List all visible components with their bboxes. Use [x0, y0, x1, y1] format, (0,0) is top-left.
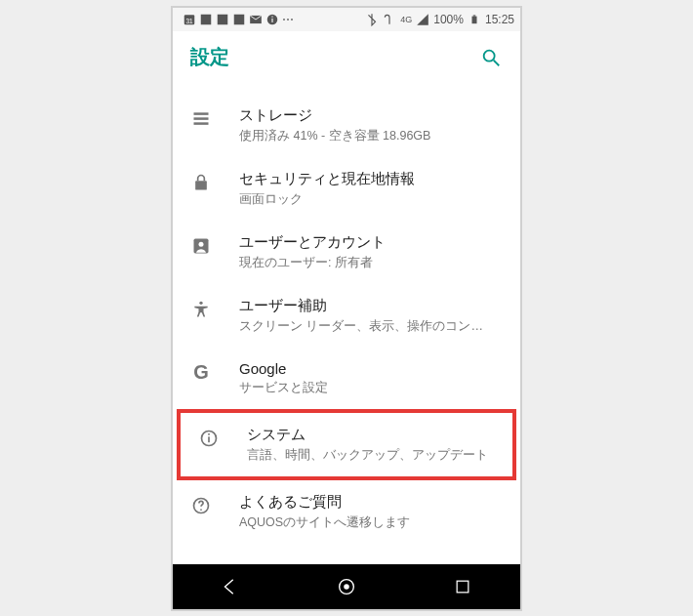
- info-status-icon: [265, 13, 279, 26]
- svg-rect-9: [471, 16, 476, 23]
- svg-rect-10: [473, 15, 476, 16]
- svg-point-11: [484, 50, 495, 61]
- info-icon: [198, 428, 220, 449]
- help-icon: [190, 495, 212, 516]
- settings-item-storage[interactable]: ストレージ 使用済み 41% - 空き容量 18.96GB: [173, 94, 520, 157]
- item-subtitle: 現在のユーザー: 所有者: [239, 255, 503, 271]
- svg-rect-2: [201, 14, 212, 24]
- svg-point-18: [199, 241, 204, 246]
- home-icon: [336, 576, 357, 597]
- battery-icon: [468, 13, 481, 26]
- svg-rect-13: [194, 112, 209, 115]
- search-button[interactable]: [479, 46, 503, 69]
- settings-list: ストレージ 使用済み 41% - 空き容量 18.96GB セキュリティと現在地…: [173, 84, 520, 564]
- app-icon-2: [216, 13, 229, 26]
- item-subtitle: 画面ロック: [239, 191, 503, 208]
- item-title: よくあるご質問: [239, 493, 503, 512]
- item-subtitle: スクリーン リーダー、表示、操作のコン…: [239, 318, 503, 335]
- navigation-bar: [173, 564, 520, 609]
- item-title: システム: [247, 426, 495, 444]
- settings-item-faq[interactable]: よくあるご質問 AQUOSのサイトへ遷移します: [173, 480, 520, 544]
- battery-percent: 100%: [433, 13, 464, 26]
- back-icon: [220, 576, 241, 597]
- item-subtitle: サービスと設定: [239, 380, 503, 396]
- svg-line-12: [494, 60, 500, 65]
- overflow-dots-icon: ⋯: [282, 13, 296, 26]
- svg-rect-14: [194, 117, 209, 120]
- settings-item-system[interactable]: システム 言語、時間、バックアップ、アップデート: [181, 413, 512, 476]
- nav-home-button[interactable]: [333, 573, 360, 600]
- svg-rect-7: [271, 18, 272, 21]
- settings-item-users[interactable]: ユーザーとアカウント 現在のユーザー: 所有者: [173, 221, 520, 284]
- carrier-icon: [383, 13, 396, 26]
- highlight-annotation: システム 言語、時間、バックアップ、アップデート: [177, 409, 516, 480]
- svg-point-26: [344, 584, 349, 590]
- settings-item-accessibility[interactable]: ユーザー補助 スクリーン リーダー、表示、操作のコン…: [173, 284, 520, 348]
- svg-rect-4: [234, 14, 245, 24]
- item-title: Google: [239, 360, 503, 377]
- search-icon: [480, 47, 502, 68]
- lock-icon: [190, 172, 212, 193]
- phone-frame: 31 ⋯ 4G 100% 15:25 設定 ストレージ: [171, 6, 522, 611]
- network-type-label: 4G: [400, 15, 412, 24]
- item-title: ユーザー補助: [239, 297, 503, 315]
- svg-rect-21: [208, 436, 210, 442]
- item-title: ユーザーとアカウント: [239, 233, 503, 252]
- svg-point-19: [199, 301, 202, 304]
- settings-item-security[interactable]: セキュリティと現在地情報 画面ロック: [173, 157, 520, 221]
- signal-icon: [416, 13, 429, 26]
- svg-rect-27: [457, 581, 469, 593]
- status-bar: 31 ⋯ 4G 100% 15:25: [173, 8, 520, 31]
- page-title: 設定: [190, 44, 229, 70]
- calendar-icon: 31: [183, 13, 196, 26]
- item-subtitle: 言語、時間、バックアップ、アップデート: [247, 447, 495, 464]
- settings-item-google[interactable]: G Google サービスと設定: [173, 348, 520, 409]
- item-title: ストレージ: [239, 106, 503, 125]
- svg-rect-15: [194, 122, 209, 125]
- item-title: セキュリティと現在地情報: [239, 170, 503, 188]
- svg-point-24: [200, 509, 202, 511]
- recent-icon: [453, 577, 472, 596]
- item-subtitle: 使用済み 41% - 空き容量 18.96GB: [239, 128, 503, 144]
- storage-icon: [190, 108, 212, 130]
- svg-rect-16: [195, 181, 207, 189]
- google-icon: G: [190, 362, 212, 384]
- mail-icon: [249, 13, 263, 26]
- item-subtitle: AQUOSのサイトへ遷移します: [239, 514, 503, 531]
- clock: 15:25: [485, 13, 514, 26]
- nav-recent-button[interactable]: [449, 573, 476, 600]
- person-box-icon: [190, 235, 212, 257]
- app-bar: 設定: [173, 31, 520, 84]
- app-icon-1: [199, 13, 213, 26]
- bluetooth-icon: [365, 13, 379, 26]
- app-icon-3: [232, 13, 246, 26]
- svg-rect-22: [208, 433, 210, 435]
- svg-rect-8: [271, 16, 272, 17]
- nav-back-button[interactable]: [217, 573, 244, 600]
- svg-rect-3: [218, 14, 228, 24]
- accessibility-icon: [190, 299, 212, 320]
- svg-text:31: 31: [185, 17, 193, 23]
